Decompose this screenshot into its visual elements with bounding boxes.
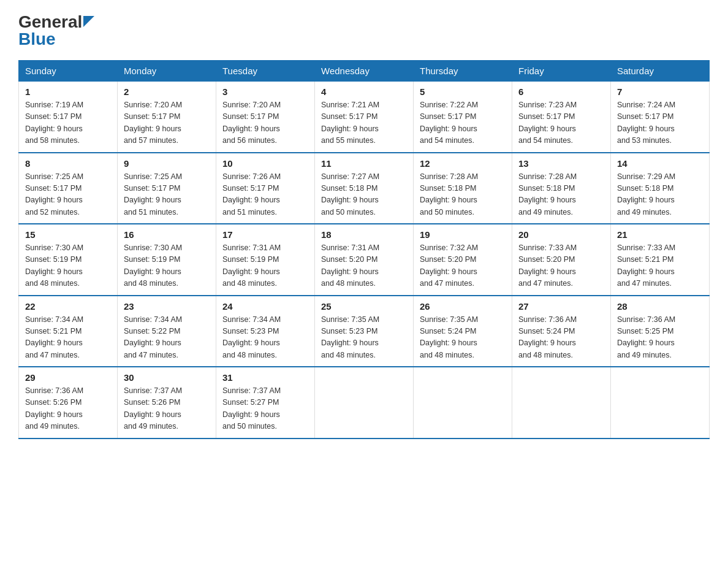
day-number: 24: [222, 301, 308, 312]
calendar-header-row: SundayMondayTuesdayWednesdayThursdayFrid…: [19, 61, 710, 82]
logo: General Blue: [18, 12, 94, 49]
calendar-cell: 12 Sunrise: 7:28 AM Sunset: 5:18 PM Dayl…: [414, 153, 512, 224]
day-number: 4: [321, 86, 407, 97]
day-info: Sunrise: 7:30 AM Sunset: 5:19 PM Dayligh…: [124, 242, 210, 290]
day-info: Sunrise: 7:31 AM Sunset: 5:19 PM Dayligh…: [222, 242, 308, 290]
day-info: Sunrise: 7:19 AM Sunset: 5:17 PM Dayligh…: [25, 99, 111, 147]
day-info: Sunrise: 7:25 AM Sunset: 5:17 PM Dayligh…: [124, 171, 210, 219]
calendar-cell: 18 Sunrise: 7:31 AM Sunset: 5:20 PM Dayl…: [315, 224, 414, 296]
calendar-week-row: 1 Sunrise: 7:19 AM Sunset: 5:17 PM Dayli…: [19, 82, 710, 153]
day-info: Sunrise: 7:24 AM Sunset: 5:17 PM Dayligh…: [617, 99, 703, 147]
day-info: Sunrise: 7:23 AM Sunset: 5:17 PM Dayligh…: [518, 99, 604, 147]
day-info: Sunrise: 7:31 AM Sunset: 5:20 PM Dayligh…: [321, 242, 407, 290]
day-number: 3: [222, 86, 308, 97]
day-number: 27: [518, 301, 604, 312]
calendar-week-row: 15 Sunrise: 7:30 AM Sunset: 5:19 PM Dayl…: [19, 224, 710, 296]
day-info: Sunrise: 7:30 AM Sunset: 5:19 PM Dayligh…: [25, 242, 111, 290]
day-number: 28: [617, 301, 703, 312]
calendar-cell: 20 Sunrise: 7:33 AM Sunset: 5:20 PM Dayl…: [512, 224, 611, 296]
calendar-cell: 25 Sunrise: 7:35 AM Sunset: 5:23 PM Dayl…: [315, 296, 414, 367]
day-number: 2: [124, 86, 210, 97]
day-number: 22: [25, 301, 111, 312]
calendar-cell: 8 Sunrise: 7:25 AM Sunset: 5:17 PM Dayli…: [19, 153, 118, 224]
calendar-cell: 6 Sunrise: 7:23 AM Sunset: 5:17 PM Dayli…: [512, 82, 611, 153]
calendar-cell: 30 Sunrise: 7:37 AM Sunset: 5:26 PM Dayl…: [118, 367, 216, 439]
header-sunday: Sunday: [19, 61, 118, 82]
header-friday: Friday: [512, 61, 611, 82]
calendar-cell: 27 Sunrise: 7:36 AM Sunset: 5:24 PM Dayl…: [512, 296, 611, 367]
day-number: 17: [222, 229, 308, 240]
day-info: Sunrise: 7:36 AM Sunset: 5:24 PM Dayligh…: [518, 314, 604, 362]
day-number: 7: [617, 86, 703, 97]
day-number: 21: [617, 229, 703, 240]
calendar-cell: 29 Sunrise: 7:36 AM Sunset: 5:26 PM Dayl…: [19, 367, 118, 439]
logo-triangle-icon: [83, 16, 94, 27]
day-number: 26: [420, 301, 506, 312]
day-number: 9: [124, 158, 210, 169]
calendar-cell: [414, 367, 512, 439]
calendar-cell: 5 Sunrise: 7:22 AM Sunset: 5:17 PM Dayli…: [414, 82, 512, 153]
day-info: Sunrise: 7:37 AM Sunset: 5:26 PM Dayligh…: [124, 385, 210, 433]
day-info: Sunrise: 7:32 AM Sunset: 5:20 PM Dayligh…: [420, 242, 506, 290]
day-info: Sunrise: 7:20 AM Sunset: 5:17 PM Dayligh…: [124, 99, 210, 147]
calendar-cell: 23 Sunrise: 7:34 AM Sunset: 5:22 PM Dayl…: [118, 296, 216, 367]
header-tuesday: Tuesday: [216, 61, 315, 82]
day-info: Sunrise: 7:36 AM Sunset: 5:26 PM Dayligh…: [25, 385, 111, 433]
calendar-cell: 15 Sunrise: 7:30 AM Sunset: 5:19 PM Dayl…: [19, 224, 118, 296]
calendar-cell: 2 Sunrise: 7:20 AM Sunset: 5:17 PM Dayli…: [118, 82, 216, 153]
day-info: Sunrise: 7:33 AM Sunset: 5:21 PM Dayligh…: [617, 242, 703, 290]
day-info: Sunrise: 7:35 AM Sunset: 5:23 PM Dayligh…: [321, 314, 407, 362]
day-info: Sunrise: 7:33 AM Sunset: 5:20 PM Dayligh…: [518, 242, 604, 290]
calendar-cell: 11 Sunrise: 7:27 AM Sunset: 5:18 PM Dayl…: [315, 153, 414, 224]
day-info: Sunrise: 7:20 AM Sunset: 5:17 PM Dayligh…: [222, 99, 308, 147]
calendar-cell: 19 Sunrise: 7:32 AM Sunset: 5:20 PM Dayl…: [414, 224, 512, 296]
day-info: Sunrise: 7:29 AM Sunset: 5:18 PM Dayligh…: [617, 171, 703, 219]
day-info: Sunrise: 7:34 AM Sunset: 5:23 PM Dayligh…: [222, 314, 308, 362]
day-number: 12: [420, 158, 506, 169]
day-info: Sunrise: 7:26 AM Sunset: 5:17 PM Dayligh…: [222, 171, 308, 219]
calendar-cell: [611, 367, 710, 439]
calendar-cell: 22 Sunrise: 7:34 AM Sunset: 5:21 PM Dayl…: [19, 296, 118, 367]
day-number: 30: [124, 372, 210, 383]
calendar-cell: 10 Sunrise: 7:26 AM Sunset: 5:17 PM Dayl…: [216, 153, 315, 224]
day-number: 1: [25, 86, 111, 97]
day-number: 15: [25, 229, 111, 240]
header-wednesday: Wednesday: [315, 61, 414, 82]
day-info: Sunrise: 7:25 AM Sunset: 5:17 PM Dayligh…: [25, 171, 111, 219]
day-number: 8: [25, 158, 111, 169]
calendar-cell: 24 Sunrise: 7:34 AM Sunset: 5:23 PM Dayl…: [216, 296, 315, 367]
day-number: 10: [222, 158, 308, 169]
day-number: 11: [321, 158, 407, 169]
calendar-cell: 17 Sunrise: 7:31 AM Sunset: 5:19 PM Dayl…: [216, 224, 315, 296]
calendar-week-row: 29 Sunrise: 7:36 AM Sunset: 5:26 PM Dayl…: [19, 367, 710, 439]
day-number: 23: [124, 301, 210, 312]
day-info: Sunrise: 7:28 AM Sunset: 5:18 PM Dayligh…: [420, 171, 506, 219]
page-header: General Blue: [18, 12, 710, 49]
calendar-cell: 1 Sunrise: 7:19 AM Sunset: 5:17 PM Dayli…: [19, 82, 118, 153]
calendar-week-row: 8 Sunrise: 7:25 AM Sunset: 5:17 PM Dayli…: [19, 153, 710, 224]
day-number: 6: [518, 86, 604, 97]
day-number: 31: [222, 372, 308, 383]
calendar-cell: 31 Sunrise: 7:37 AM Sunset: 5:27 PM Dayl…: [216, 367, 315, 439]
header-thursday: Thursday: [414, 61, 512, 82]
day-number: 29: [25, 372, 111, 383]
svg-marker-0: [83, 16, 94, 27]
day-info: Sunrise: 7:21 AM Sunset: 5:17 PM Dayligh…: [321, 99, 407, 147]
calendar-cell: 9 Sunrise: 7:25 AM Sunset: 5:17 PM Dayli…: [118, 153, 216, 224]
day-info: Sunrise: 7:28 AM Sunset: 5:18 PM Dayligh…: [518, 171, 604, 219]
day-info: Sunrise: 7:35 AM Sunset: 5:24 PM Dayligh…: [420, 314, 506, 362]
calendar-cell: 13 Sunrise: 7:28 AM Sunset: 5:18 PM Dayl…: [512, 153, 611, 224]
calendar-cell: [315, 367, 414, 439]
day-number: 19: [420, 229, 506, 240]
header-monday: Monday: [118, 61, 216, 82]
day-number: 5: [420, 86, 506, 97]
calendar-cell: 3 Sunrise: 7:20 AM Sunset: 5:17 PM Dayli…: [216, 82, 315, 153]
day-info: Sunrise: 7:34 AM Sunset: 5:21 PM Dayligh…: [25, 314, 111, 362]
day-info: Sunrise: 7:27 AM Sunset: 5:18 PM Dayligh…: [321, 171, 407, 219]
day-number: 16: [124, 229, 210, 240]
calendar-cell: 16 Sunrise: 7:30 AM Sunset: 5:19 PM Dayl…: [118, 224, 216, 296]
day-number: 14: [617, 158, 703, 169]
calendar-cell: 21 Sunrise: 7:33 AM Sunset: 5:21 PM Dayl…: [611, 224, 710, 296]
day-number: 25: [321, 301, 407, 312]
day-info: Sunrise: 7:36 AM Sunset: 5:25 PM Dayligh…: [617, 314, 703, 362]
